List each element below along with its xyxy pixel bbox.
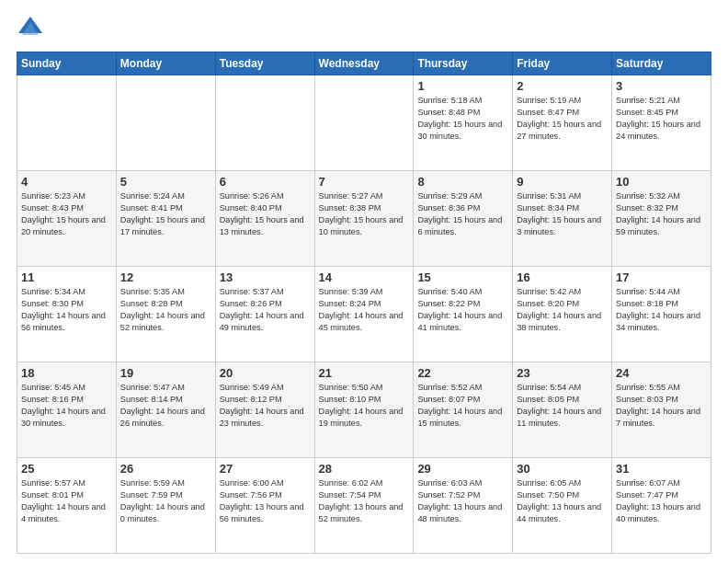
day-info: Sunrise: 5:34 AM Sunset: 8:30 PM Dayligh… (21, 286, 112, 334)
weekday-header-tuesday: Tuesday (215, 52, 314, 75)
day-info: Sunrise: 5:39 AM Sunset: 8:24 PM Dayligh… (319, 286, 410, 334)
calendar-cell (17, 75, 117, 171)
calendar-cell: 7Sunrise: 5:27 AM Sunset: 8:38 PM Daylig… (314, 171, 414, 267)
calendar-cell: 30Sunrise: 6:05 AM Sunset: 7:50 PM Dayli… (513, 458, 612, 554)
day-info: Sunrise: 6:02 AM Sunset: 7:54 PM Dayligh… (319, 477, 410, 525)
day-number: 20 (220, 366, 311, 380)
calendar-cell: 6Sunrise: 5:26 AM Sunset: 8:40 PM Daylig… (215, 171, 314, 267)
logo (17, 15, 48, 42)
day-info: Sunrise: 5:44 AM Sunset: 8:18 PM Dayligh… (616, 286, 707, 334)
day-info: Sunrise: 5:52 AM Sunset: 8:07 PM Dayligh… (417, 382, 508, 430)
day-number: 3 (616, 79, 707, 93)
day-number: 31 (616, 462, 707, 476)
weekday-header-thursday: Thursday (414, 52, 513, 75)
header (17, 15, 711, 42)
day-number: 29 (417, 462, 508, 476)
calendar-table: SundayMondayTuesdayWednesdayThursdayFrid… (17, 52, 711, 554)
day-info: Sunrise: 5:23 AM Sunset: 8:43 PM Dayligh… (21, 190, 112, 238)
calendar-cell: 23Sunrise: 5:54 AM Sunset: 8:05 PM Dayli… (513, 362, 612, 458)
day-number: 26 (120, 462, 211, 476)
day-number: 14 (319, 270, 410, 284)
calendar-cell (215, 75, 314, 171)
calendar-cell: 27Sunrise: 6:00 AM Sunset: 7:56 PM Dayli… (215, 458, 314, 554)
calendar-cell: 19Sunrise: 5:47 AM Sunset: 8:14 PM Dayli… (116, 362, 215, 458)
day-number: 12 (120, 270, 211, 284)
day-number: 24 (616, 366, 707, 380)
day-number: 2 (517, 79, 608, 93)
calendar-cell: 2Sunrise: 5:19 AM Sunset: 8:47 PM Daylig… (513, 75, 612, 171)
calendar-cell: 12Sunrise: 5:35 AM Sunset: 8:28 PM Dayli… (116, 267, 215, 362)
day-info: Sunrise: 6:03 AM Sunset: 7:52 PM Dayligh… (417, 477, 508, 525)
day-info: Sunrise: 5:29 AM Sunset: 8:36 PM Dayligh… (417, 190, 508, 238)
calendar-cell: 1Sunrise: 5:18 AM Sunset: 8:48 PM Daylig… (414, 75, 513, 171)
day-number: 22 (417, 366, 508, 380)
day-info: Sunrise: 5:49 AM Sunset: 8:12 PM Dayligh… (220, 382, 311, 430)
day-info: Sunrise: 5:54 AM Sunset: 8:05 PM Dayligh… (517, 382, 608, 430)
calendar-week-row: 1Sunrise: 5:18 AM Sunset: 8:48 PM Daylig… (17, 75, 711, 171)
day-info: Sunrise: 5:27 AM Sunset: 8:38 PM Dayligh… (319, 190, 410, 238)
day-info: Sunrise: 5:42 AM Sunset: 8:20 PM Dayligh… (517, 286, 608, 334)
calendar-cell: 8Sunrise: 5:29 AM Sunset: 8:36 PM Daylig… (414, 171, 513, 267)
day-number: 21 (319, 366, 410, 380)
calendar-cell: 22Sunrise: 5:52 AM Sunset: 8:07 PM Dayli… (414, 362, 513, 458)
day-info: Sunrise: 5:55 AM Sunset: 8:03 PM Dayligh… (616, 382, 707, 430)
day-number: 16 (517, 270, 608, 284)
day-info: Sunrise: 5:32 AM Sunset: 8:32 PM Dayligh… (616, 190, 707, 238)
calendar-cell: 17Sunrise: 5:44 AM Sunset: 8:18 PM Dayli… (612, 267, 711, 362)
calendar-cell: 4Sunrise: 5:23 AM Sunset: 8:43 PM Daylig… (17, 171, 117, 267)
weekday-header-row: SundayMondayTuesdayWednesdayThursdayFrid… (17, 52, 711, 75)
weekday-header-sunday: Sunday (17, 52, 117, 75)
day-number: 8 (417, 175, 508, 189)
calendar-cell: 21Sunrise: 5:50 AM Sunset: 8:10 PM Dayli… (314, 362, 414, 458)
calendar-cell: 24Sunrise: 5:55 AM Sunset: 8:03 PM Dayli… (612, 362, 711, 458)
day-number: 9 (517, 175, 608, 189)
day-info: Sunrise: 5:40 AM Sunset: 8:22 PM Dayligh… (417, 286, 508, 334)
weekday-header-friday: Friday (513, 52, 612, 75)
calendar-cell: 11Sunrise: 5:34 AM Sunset: 8:30 PM Dayli… (17, 267, 117, 362)
day-info: Sunrise: 5:35 AM Sunset: 8:28 PM Dayligh… (120, 286, 211, 334)
day-info: Sunrise: 5:18 AM Sunset: 8:48 PM Dayligh… (417, 95, 508, 143)
day-info: Sunrise: 5:31 AM Sunset: 8:34 PM Dayligh… (517, 190, 608, 238)
calendar-cell: 29Sunrise: 6:03 AM Sunset: 7:52 PM Dayli… (414, 458, 513, 554)
day-number: 6 (220, 175, 311, 189)
calendar-cell: 5Sunrise: 5:24 AM Sunset: 8:41 PM Daylig… (116, 171, 215, 267)
day-number: 4 (21, 175, 112, 189)
day-number: 27 (220, 462, 311, 476)
calendar-week-row: 18Sunrise: 5:45 AM Sunset: 8:16 PM Dayli… (17, 362, 711, 458)
day-info: Sunrise: 6:05 AM Sunset: 7:50 PM Dayligh… (517, 477, 608, 525)
day-info: Sunrise: 5:24 AM Sunset: 8:41 PM Dayligh… (120, 190, 211, 238)
calendar-cell: 20Sunrise: 5:49 AM Sunset: 8:12 PM Dayli… (215, 362, 314, 458)
logo-icon (17, 15, 44, 42)
calendar-week-row: 4Sunrise: 5:23 AM Sunset: 8:43 PM Daylig… (17, 171, 711, 267)
weekday-header-saturday: Saturday (612, 52, 711, 75)
calendar-week-row: 25Sunrise: 5:57 AM Sunset: 8:01 PM Dayli… (17, 458, 711, 554)
calendar-cell: 3Sunrise: 5:21 AM Sunset: 8:45 PM Daylig… (612, 75, 711, 171)
calendar-cell: 18Sunrise: 5:45 AM Sunset: 8:16 PM Dayli… (17, 362, 117, 458)
page: SundayMondayTuesdayWednesdayThursdayFrid… (0, 0, 728, 563)
day-info: Sunrise: 5:37 AM Sunset: 8:26 PM Dayligh… (220, 286, 311, 334)
calendar-cell: 15Sunrise: 5:40 AM Sunset: 8:22 PM Dayli… (414, 267, 513, 362)
calendar-cell: 25Sunrise: 5:57 AM Sunset: 8:01 PM Dayli… (17, 458, 117, 554)
day-number: 30 (517, 462, 608, 476)
calendar-cell: 14Sunrise: 5:39 AM Sunset: 8:24 PM Dayli… (314, 267, 414, 362)
day-info: Sunrise: 5:26 AM Sunset: 8:40 PM Dayligh… (220, 190, 311, 238)
day-info: Sunrise: 5:57 AM Sunset: 8:01 PM Dayligh… (21, 477, 112, 525)
calendar-cell: 16Sunrise: 5:42 AM Sunset: 8:20 PM Dayli… (513, 267, 612, 362)
day-number: 11 (21, 270, 112, 284)
calendar-cell (314, 75, 414, 171)
calendar-cell (116, 75, 215, 171)
weekday-header-monday: Monday (116, 52, 215, 75)
day-number: 25 (21, 462, 112, 476)
day-number: 1 (417, 79, 508, 93)
calendar-cell: 26Sunrise: 5:59 AM Sunset: 7:59 PM Dayli… (116, 458, 215, 554)
day-number: 28 (319, 462, 410, 476)
calendar-cell: 28Sunrise: 6:02 AM Sunset: 7:54 PM Dayli… (314, 458, 414, 554)
day-number: 18 (21, 366, 112, 380)
weekday-header-wednesday: Wednesday (314, 52, 414, 75)
day-number: 17 (616, 270, 707, 284)
day-number: 10 (616, 175, 707, 189)
day-info: Sunrise: 5:59 AM Sunset: 7:59 PM Dayligh… (120, 477, 211, 525)
day-number: 15 (417, 270, 508, 284)
calendar-cell: 9Sunrise: 5:31 AM Sunset: 8:34 PM Daylig… (513, 171, 612, 267)
day-number: 5 (120, 175, 211, 189)
